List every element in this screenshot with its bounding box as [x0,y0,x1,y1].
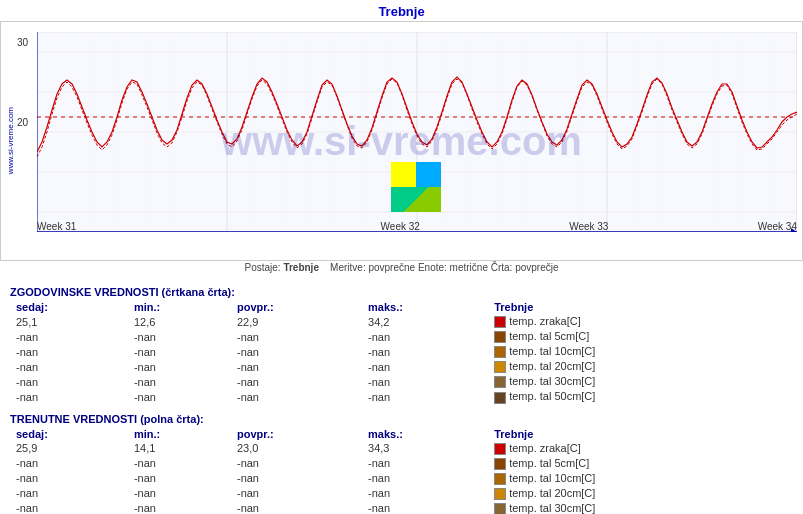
cell-sedaj: 25,1 [10,314,128,329]
cell-maks: -nan [362,486,488,501]
col-header-maks: maks.: [362,300,488,314]
cell-label: temp. tal 30cm[C] [488,374,793,389]
chart-legend: Postaje: Trebnje Meritve: povprečne Enot… [0,261,803,274]
color-swatch [494,376,506,388]
cell-sedaj: 25,9 [10,441,128,456]
cell-povpr: -nan [231,329,362,344]
cell-maks: -nan [362,329,488,344]
cell-min: -nan [128,374,231,389]
cell-povpr: -nan [231,374,362,389]
table-row: -nan -nan -nan -nan temp. tal 20cm[C] [10,359,793,374]
week-31-label: Week 31 [37,221,76,232]
cell-maks: -nan [362,344,488,359]
cell-label: temp. tal 10cm[C] [488,344,793,359]
cell-min: -nan [128,389,231,404]
col-header-povpr-2: povpr.: [231,427,362,441]
table-row: -nan -nan -nan -nan temp. tal 30cm[C] [10,501,793,514]
cell-label: temp. tal 5cm[C] [488,456,793,471]
cell-label: temp. zraka[C] [488,441,793,456]
current-title: TRENUTNE VREDNOSTI (polna črta): [10,413,793,425]
cell-min: -nan [128,471,231,486]
cell-maks: -nan [362,456,488,471]
col-header-maks-2: maks.: [362,427,488,441]
col-header-trebnje: Trebnje [488,300,793,314]
cell-povpr: -nan [231,471,362,486]
x-axis-labels: Week 31 Week 32 Week 33 Week 34 [37,221,797,232]
week-32-label: Week 32 [381,221,420,232]
current-table: sedaj: min.: povpr.: maks.: Trebnje 25,9… [10,427,793,514]
cell-label: temp. tal 20cm[C] [488,486,793,501]
table-row: 25,1 12,6 22,9 34,2 temp. zraka[C] [10,314,793,329]
y-label-30: 30 [17,37,28,48]
legend-meritve: Meritve: povprečne Enote: metrične Črta:… [330,262,558,273]
cell-label: temp. tal 30cm[C] [488,501,793,514]
cell-maks: 34,2 [362,314,488,329]
col-header-sedaj: sedaj: [10,300,128,314]
cell-sedaj: -nan [10,486,128,501]
cell-min: 14,1 [128,441,231,456]
cell-min: 12,6 [128,314,231,329]
cell-min: -nan [128,456,231,471]
cell-povpr: 22,9 [231,314,362,329]
historical-title: ZGODOVINSKE VREDNOSTI (črtkana črta): [10,286,793,298]
cell-label: temp. tal 10cm[C] [488,471,793,486]
cell-min: -nan [128,329,231,344]
color-swatch [494,361,506,373]
cell-min: -nan [128,344,231,359]
cell-povpr: -nan [231,389,362,404]
table-row: 25,9 14,1 23,0 34,3 temp. zraka[C] [10,441,793,456]
table-row: -nan -nan -nan -nan temp. tal 30cm[C] [10,374,793,389]
cell-sedaj: -nan [10,471,128,486]
legend-stations-label: Postaje: [244,262,283,273]
table-row: -nan -nan -nan -nan temp. tal 5cm[C] [10,329,793,344]
cell-sedaj: -nan [10,456,128,471]
cell-label: temp. tal 20cm[C] [488,359,793,374]
chart-container: www.si-vreme.com 30 20 [0,21,803,261]
cell-label: temp. tal 5cm[C] [488,329,793,344]
cell-povpr: -nan [231,501,362,514]
col-header-sedaj-2: sedaj: [10,427,128,441]
cell-sedaj: -nan [10,501,128,514]
table-row: -nan -nan -nan -nan temp. tal 20cm[C] [10,486,793,501]
table-row: -nan -nan -nan -nan temp. tal 5cm[C] [10,456,793,471]
cell-sedaj: -nan [10,359,128,374]
legend-trebnje: Trebnje [283,262,319,273]
cell-sedaj: -nan [10,329,128,344]
col-header-min: min.: [128,300,231,314]
cell-povpr: 23,0 [231,441,362,456]
color-swatch [494,488,506,500]
cell-min: -nan [128,501,231,514]
cell-maks: -nan [362,389,488,404]
cell-min: -nan [128,486,231,501]
cell-maks: -nan [362,471,488,486]
cell-povpr: -nan [231,344,362,359]
cell-maks: 34,3 [362,441,488,456]
color-swatch [494,346,506,358]
cell-povpr: -nan [231,456,362,471]
color-swatch [494,503,506,514]
week-33-label: Week 33 [569,221,608,232]
cell-povpr: -nan [231,486,362,501]
y-label-20: 20 [17,117,28,128]
cell-label: temp. tal 50cm[C] [488,389,793,404]
col-header-trebnje-2: Trebnje [488,427,793,441]
side-label: www.si-vreme.com [6,107,15,174]
cell-min: -nan [128,359,231,374]
color-swatch [494,331,506,343]
col-header-povpr: povpr.: [231,300,362,314]
table-row: -nan -nan -nan -nan temp. tal 50cm[C] [10,389,793,404]
col-header-min-2: min.: [128,427,231,441]
cell-maks: -nan [362,374,488,389]
table-row: -nan -nan -nan -nan temp. tal 10cm[C] [10,344,793,359]
cell-sedaj: -nan [10,344,128,359]
historical-table: sedaj: min.: povpr.: maks.: Trebnje 25,1… [10,300,793,405]
cell-sedaj: -nan [10,389,128,404]
week-34-label: Week 34 [758,221,797,232]
color-swatch [494,473,506,485]
cell-maks: -nan [362,359,488,374]
chart-title: Trebnje [0,0,803,21]
cell-sedaj: -nan [10,374,128,389]
cell-label: temp. zraka[C] [488,314,793,329]
cell-maks: -nan [362,501,488,514]
color-swatch [494,392,506,404]
